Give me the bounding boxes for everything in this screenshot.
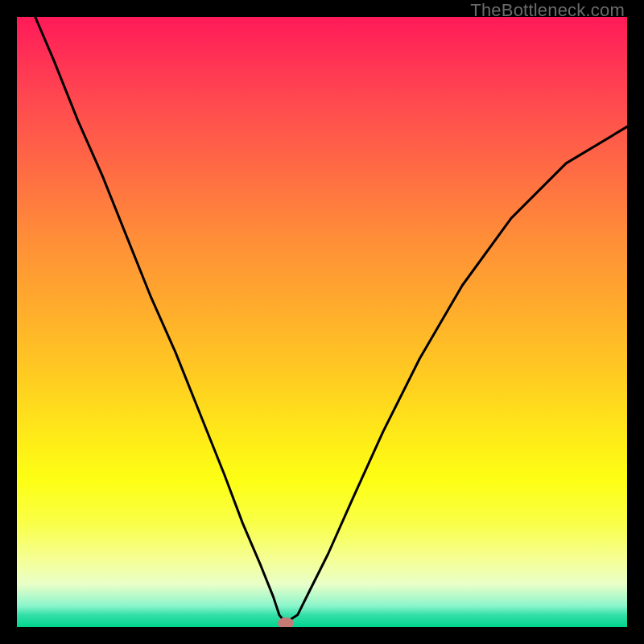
chart-frame: TheBottleneck.com [0, 0, 644, 644]
plot-area [17, 17, 627, 627]
bottleneck-curve [17, 17, 627, 627]
watermark-text: TheBottleneck.com [470, 0, 625, 21]
optimum-marker [278, 617, 294, 627]
